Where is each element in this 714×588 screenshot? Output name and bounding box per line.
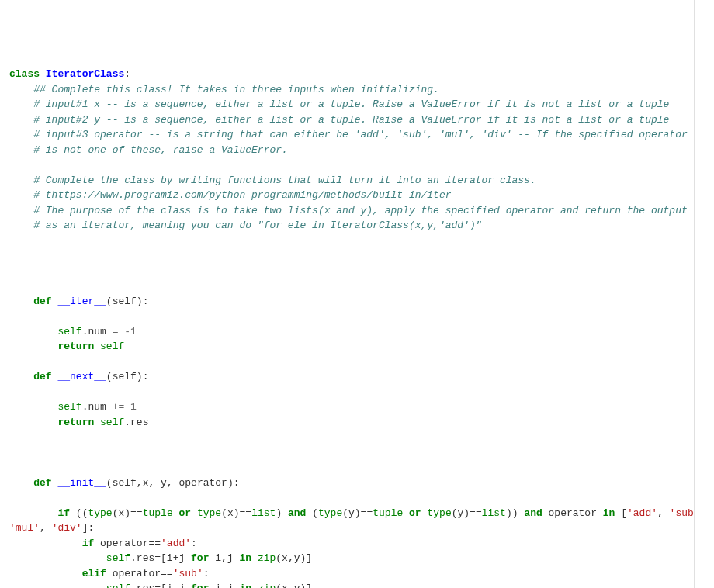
method-iter: __iter__ [57,296,106,307]
keyword-def: def [33,477,51,489]
comment: # is not one of these, raise a ValueErro… [33,144,288,156]
comment: # as an iterator, meaning you can do "fo… [33,220,481,231]
class-name: IteratorClass [46,68,124,80]
keyword-def: def [33,371,51,382]
keyword-def: def [33,296,51,307]
method-init: __init__ [57,477,106,489]
comment: # input#3 operator -- is a string that c… [33,129,688,140]
comment: # input#2 y -- is a sequence, either a l… [33,114,669,126]
code-block: class IteratorClass: ## Complete this cl… [9,67,685,588]
comment: # thttps://www.programiz.com/python-prog… [33,189,451,201]
comment: # The purpose of the class is to take tw… [33,205,688,216]
comment: ## Complete this class! It takes in thre… [33,84,439,95]
comment: # input#1 x -- is a sequence, either a l… [33,99,669,110]
keyword-return: return [57,341,94,352]
method-next: __next__ [57,371,106,382]
comment: # Complete the class by writing function… [33,175,536,186]
keyword-class: class [9,68,40,80]
self: self [57,326,81,337]
